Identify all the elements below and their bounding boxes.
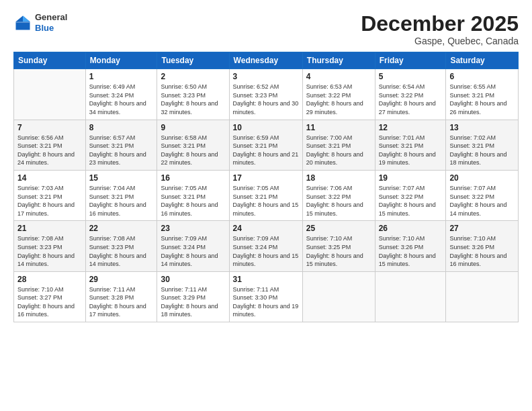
logo: General Blue <box>13 12 67 33</box>
sunset: Sunset: 3:30 PM <box>233 294 278 301</box>
day-number: 3 <box>233 72 299 81</box>
day-info: Sunrise: 7:11 AM Sunset: 3:30 PM Dayligh… <box>233 285 299 319</box>
logo-icon <box>13 13 32 32</box>
day-info: Sunrise: 6:52 AM Sunset: 3:23 PM Dayligh… <box>233 83 299 116</box>
sunrise: Sunrise: 7:04 AM <box>89 185 136 191</box>
daylight: Daylight: 8 hours and 16 minutes. <box>449 253 506 268</box>
daylight: Daylight: 8 hours and 19 minutes. <box>379 151 436 167</box>
day-cell <box>14 69 86 120</box>
daylight: Daylight: 8 hours and 14 minutes. <box>161 253 218 268</box>
day-cell: 12 Sunrise: 7:01 AM Sunset: 3:21 PM Dayl… <box>375 120 446 170</box>
day-cell: 10 Sunrise: 6:59 AM Sunset: 3:21 PM Dayl… <box>229 120 302 170</box>
daylight: Daylight: 8 hours and 14 minutes. <box>89 253 146 268</box>
sunset: Sunset: 3:21 PM <box>89 142 134 149</box>
logo-blue: Blue <box>35 23 54 33</box>
daylight: Daylight: 8 hours and 14 minutes. <box>17 253 75 268</box>
day-info: Sunrise: 7:07 AM Sunset: 3:22 PM Dayligh… <box>379 184 443 218</box>
sunset: Sunset: 3:28 PM <box>89 294 134 301</box>
daylight: Daylight: 8 hours and 15 minutes. <box>233 253 299 268</box>
sunset: Sunset: 3:21 PM <box>233 193 278 200</box>
day-cell: 2 Sunrise: 6:50 AM Sunset: 3:23 PM Dayli… <box>157 69 229 120</box>
sunrise: Sunrise: 7:00 AM <box>306 134 353 141</box>
sunset: Sunset: 3:21 PM <box>449 92 494 99</box>
day-info: Sunrise: 6:58 AM Sunset: 3:21 PM Dayligh… <box>161 134 225 167</box>
sunrise: Sunrise: 7:11 AM <box>161 286 207 293</box>
sunrise: Sunrise: 7:03 AM <box>17 185 64 191</box>
day-cell: 9 Sunrise: 6:58 AM Sunset: 3:21 PM Dayli… <box>157 120 229 170</box>
day-cell: 20 Sunrise: 7:07 AM Sunset: 3:22 PM Dayl… <box>446 170 519 220</box>
sunset: Sunset: 3:25 PM <box>306 244 351 250</box>
sunset: Sunset: 3:22 PM <box>449 193 494 200</box>
day-info: Sunrise: 7:10 AM Sunset: 3:27 PM Dayligh… <box>17 285 82 319</box>
day-cell: 14 Sunrise: 7:03 AM Sunset: 3:21 PM Dayl… <box>14 170 86 220</box>
daylight: Daylight: 8 hours and 16 minutes. <box>89 201 146 217</box>
day-number: 19 <box>379 173 443 183</box>
day-cell: 21 Sunrise: 7:08 AM Sunset: 3:23 PM Dayl… <box>14 221 86 271</box>
day-info: Sunrise: 6:55 AM Sunset: 3:21 PM Dayligh… <box>449 83 515 116</box>
day-info: Sunrise: 7:10 AM Sunset: 3:26 PM Dayligh… <box>379 234 443 268</box>
day-cell: 27 Sunrise: 7:10 AM Sunset: 3:26 PM Dayl… <box>446 221 519 271</box>
day-number: 26 <box>379 224 443 233</box>
day-info: Sunrise: 7:10 AM Sunset: 3:25 PM Dayligh… <box>306 234 371 268</box>
sunset: Sunset: 3:24 PM <box>89 92 134 99</box>
day-number: 27 <box>449 224 515 233</box>
sunrise: Sunrise: 7:10 AM <box>379 235 425 242</box>
month-year: December 2025 <box>361 12 519 36</box>
day-number: 7 <box>17 123 82 132</box>
daylight: Daylight: 8 hours and 24 minutes. <box>17 151 75 167</box>
week-row-5: 28 Sunrise: 7:10 AM Sunset: 3:27 PM Dayl… <box>14 271 519 322</box>
day-number: 12 <box>379 123 443 132</box>
sunrise: Sunrise: 6:55 AM <box>449 83 496 90</box>
week-row-1: 1 Sunrise: 6:49 AM Sunset: 3:24 PM Dayli… <box>14 69 519 120</box>
sunrise: Sunrise: 7:09 AM <box>233 235 279 242</box>
day-cell: 8 Sunrise: 6:57 AM Sunset: 3:21 PM Dayli… <box>85 120 157 170</box>
header-friday: Friday <box>375 52 446 69</box>
sunrise: Sunrise: 7:10 AM <box>449 235 496 242</box>
sunset: Sunset: 3:22 PM <box>379 92 424 99</box>
sunrise: Sunrise: 7:09 AM <box>161 235 207 242</box>
sunrise: Sunrise: 7:07 AM <box>449 185 496 191</box>
sunrise: Sunrise: 7:07 AM <box>379 185 425 191</box>
sunrise: Sunrise: 7:05 AM <box>161 185 207 191</box>
calendar: Sunday Monday Tuesday Wednesday Thursday… <box>13 52 519 322</box>
day-cell: 17 Sunrise: 7:05 AM Sunset: 3:21 PM Dayl… <box>229 170 302 220</box>
day-number: 20 <box>449 173 515 183</box>
sunrise: Sunrise: 7:02 AM <box>449 134 496 141</box>
sunrise: Sunrise: 7:06 AM <box>306 185 353 191</box>
sunrise: Sunrise: 7:10 AM <box>17 286 64 293</box>
daylight: Daylight: 8 hours and 19 minutes. <box>233 303 299 318</box>
day-number: 16 <box>161 173 225 183</box>
sunrise: Sunrise: 6:53 AM <box>306 83 353 90</box>
sunrise: Sunrise: 7:01 AM <box>379 134 425 141</box>
day-cell: 22 Sunrise: 7:08 AM Sunset: 3:23 PM Dayl… <box>85 221 157 271</box>
day-info: Sunrise: 7:01 AM Sunset: 3:21 PM Dayligh… <box>379 134 443 167</box>
day-info: Sunrise: 6:50 AM Sunset: 3:23 PM Dayligh… <box>161 83 225 116</box>
sunrise: Sunrise: 6:50 AM <box>161 83 207 90</box>
sunset: Sunset: 3:21 PM <box>161 193 206 200</box>
daylight: Daylight: 8 hours and 15 minutes. <box>233 201 299 217</box>
day-cell: 29 Sunrise: 7:11 AM Sunset: 3:28 PM Dayl… <box>85 271 157 322</box>
header-tuesday: Tuesday <box>157 52 229 69</box>
sunset: Sunset: 3:26 PM <box>379 244 424 250</box>
day-cell <box>302 271 375 322</box>
day-number: 25 <box>306 224 371 233</box>
day-cell: 25 Sunrise: 7:10 AM Sunset: 3:25 PM Dayl… <box>302 221 375 271</box>
day-number: 5 <box>379 72 443 81</box>
day-cell: 18 Sunrise: 7:06 AM Sunset: 3:22 PM Dayl… <box>302 170 375 220</box>
week-row-2: 7 Sunrise: 6:56 AM Sunset: 3:21 PM Dayli… <box>14 120 519 170</box>
logo-text: General Blue <box>35 12 67 33</box>
day-number: 14 <box>17 173 82 183</box>
day-info: Sunrise: 7:09 AM Sunset: 3:24 PM Dayligh… <box>161 234 225 268</box>
day-number: 30 <box>161 275 225 284</box>
day-info: Sunrise: 6:49 AM Sunset: 3:24 PM Dayligh… <box>89 83 154 116</box>
day-number: 22 <box>89 224 154 233</box>
day-number: 2 <box>161 72 225 81</box>
day-number: 8 <box>89 123 154 132</box>
day-info: Sunrise: 7:08 AM Sunset: 3:23 PM Dayligh… <box>89 234 154 268</box>
day-number: 13 <box>449 123 515 132</box>
sunrise: Sunrise: 7:08 AM <box>89 235 136 242</box>
day-cell: 23 Sunrise: 7:09 AM Sunset: 3:24 PM Dayl… <box>157 221 229 271</box>
header-sunday: Sunday <box>14 52 86 69</box>
daylight: Daylight: 8 hours and 30 minutes. <box>233 100 299 116</box>
sunrise: Sunrise: 6:57 AM <box>89 134 136 141</box>
